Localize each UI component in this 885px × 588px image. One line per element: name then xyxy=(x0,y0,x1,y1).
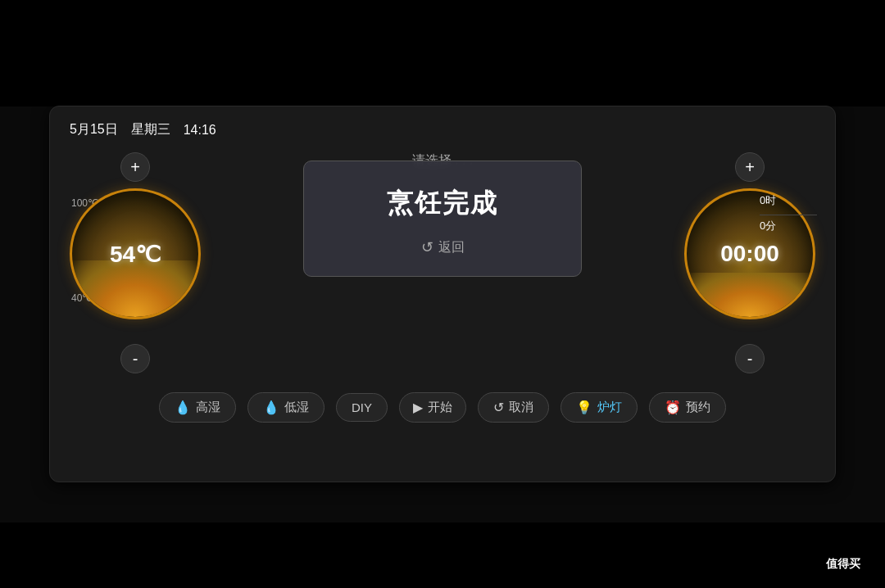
low-humidity-button[interactable]: 💧 低湿 xyxy=(247,392,324,423)
cancel-button[interactable]: ↺ 取消 xyxy=(478,392,549,423)
bottom-black-area xyxy=(0,522,885,588)
header-bar: 5月15日 星期三 14:16 xyxy=(70,121,815,138)
main-content: + 100℃ 40℃ 54℃ - xyxy=(70,148,815,378)
temperature-dial[interactable]: 54℃ xyxy=(70,188,201,319)
header-weekday: 星期三 xyxy=(131,121,170,138)
popup-title: 烹饪完成 xyxy=(387,186,498,222)
temp-minus-button[interactable]: - xyxy=(120,344,150,373)
low-humidity-icon: 💧 xyxy=(263,400,279,415)
timer-divider xyxy=(760,215,817,215)
timer-minus-button[interactable]: - xyxy=(735,344,765,373)
timer-value: 00:00 xyxy=(720,241,779,267)
play-icon: ▶ xyxy=(413,400,423,415)
back-arrow-icon: ↺ xyxy=(421,238,433,256)
popup-back-label: 返回 xyxy=(438,239,465,256)
timer-hours-value: 0时 xyxy=(760,193,776,208)
diy-button[interactable]: DIY xyxy=(336,393,388,422)
temperature-value: 54℃ xyxy=(110,241,161,268)
timer-minutes-value: 0分 xyxy=(760,219,776,233)
watermark: 值得买 xyxy=(818,554,869,575)
start-button[interactable]: ▶ 开始 xyxy=(399,392,466,423)
furnace-light-label: 炉灯 xyxy=(597,400,622,415)
popup-dialog: 烹饪完成 ↺ 返回 xyxy=(303,161,582,277)
timer-plus-button[interactable]: + xyxy=(735,152,765,182)
device-panel: 5月15日 星期三 14:16 + 100℃ 40℃ xyxy=(49,106,836,482)
furnace-light-button[interactable]: 💡 炉灯 xyxy=(560,392,638,423)
temperature-section: + 100℃ 40℃ 54℃ - xyxy=(70,152,201,373)
timer-side-labels: 0时 0分 xyxy=(760,193,817,240)
center-area: 请选择 . . . 烹饪完成 ↺ 返回 xyxy=(214,152,671,373)
start-label: 开始 xyxy=(428,400,452,415)
cancel-label: 取消 xyxy=(509,400,533,415)
popup-back-button[interactable]: ↺ 返回 xyxy=(421,238,465,256)
schedule-icon: ⏰ xyxy=(665,400,681,415)
bottom-buttons-bar: 💧 高湿 💧 低湿 DIY ▶ 开始 ↺ 取消 💡 炉灯 xyxy=(70,392,815,423)
furnace-light-icon: 💡 xyxy=(576,400,592,415)
low-humidity-label: 低湿 xyxy=(284,400,309,415)
high-humidity-label: 高湿 xyxy=(196,400,220,415)
top-black-area xyxy=(0,0,885,106)
timer-hours-row: 0时 xyxy=(760,193,817,208)
header-date: 5月15日 xyxy=(70,121,118,138)
outer-frame: 5月15日 星期三 14:16 + 100℃ 40℃ xyxy=(0,0,885,588)
high-humidity-button[interactable]: 💧 高湿 xyxy=(159,392,236,423)
timer-section: + 00:00 0时 0分 - xyxy=(684,152,815,373)
cancel-icon: ↺ xyxy=(493,400,504,415)
schedule-label: 预约 xyxy=(686,400,710,415)
timer-minutes-row: 0分 xyxy=(760,219,817,233)
temp-plus-button[interactable]: + xyxy=(120,152,150,182)
high-humidity-icon: 💧 xyxy=(175,400,191,415)
diy-label: DIY xyxy=(352,400,372,414)
header-time: 14:16 xyxy=(184,123,216,138)
schedule-button[interactable]: ⏰ 预约 xyxy=(649,392,726,423)
